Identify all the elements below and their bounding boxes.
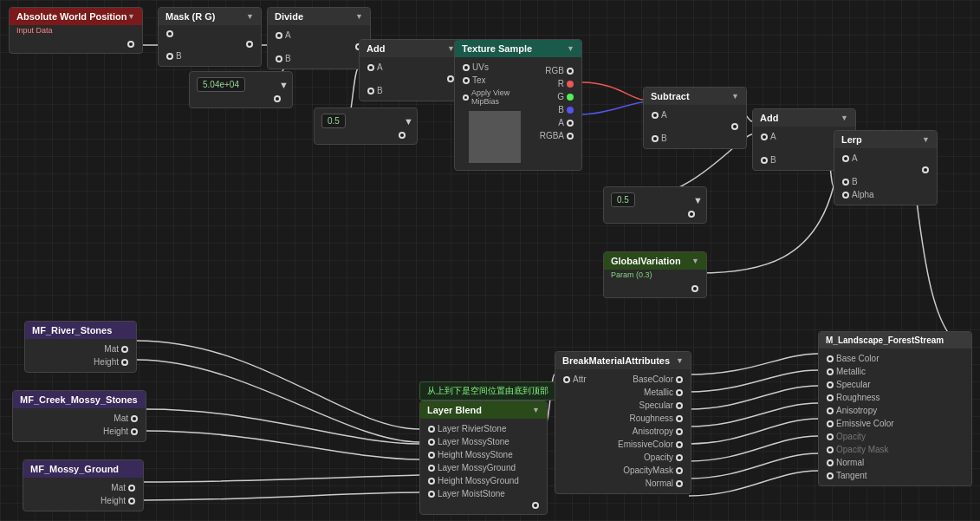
pin-row-output — [318, 130, 413, 140]
pin-label-height: Height — [103, 427, 128, 436]
pin-circle — [827, 446, 834, 453]
node-header[interactable]: BreakMaterialAttributes ▼ — [555, 352, 691, 369]
pin-row-b: B — [834, 175, 937, 188]
pin-mat: Mat — [25, 342, 136, 355]
pin-applymip-circle — [463, 94, 469, 101]
node-header[interactable]: Add ▼ — [753, 109, 855, 127]
node-title: Layer Blend — [427, 405, 482, 415]
node-add1: Add ▼ A B — [359, 39, 463, 101]
node-texture-sample: Texture Sample ▼ UVs Tex Apply View MipB… — [454, 39, 582, 171]
pin-circle — [827, 407, 834, 414]
node-header[interactable]: MF_Creek_Mossy_Stones — [13, 391, 146, 408]
layer-blend-label: 从上到下是空间位置由底到顶部 — [419, 381, 556, 401]
dropdown-arrow[interactable]: ▼ — [676, 356, 684, 365]
pin-row — [159, 29, 261, 39]
dropdown-arrow[interactable]: ▼ — [355, 12, 363, 21]
node-header[interactable]: Lerp ▼ — [834, 131, 937, 148]
node-header[interactable]: Subtract ▼ — [644, 88, 746, 105]
pin-applymip: Apply View MipBias — [455, 87, 535, 107]
pin-label: Layer MossyGround — [438, 463, 516, 472]
pin-label: Layer RivierStone — [438, 424, 506, 433]
dropdown-arrow[interactable]: ▼ — [691, 257, 699, 265]
node-header[interactable]: MF_Mossy_Ground — [23, 460, 143, 478]
node-value-05-1: 0.5 ▼ — [314, 107, 418, 145]
pin-layer-moiststone: Layer MoistStone — [420, 487, 547, 500]
dropdown-arrow[interactable]: ▼ — [693, 195, 703, 205]
pin-row-b: B — [268, 52, 370, 65]
dropdown-arrow[interactable]: ▼ — [532, 406, 540, 414]
pin-output — [274, 95, 281, 102]
pin-tangent: Tangent — [819, 469, 971, 482]
node-header[interactable]: Absolute World Position ▼ — [10, 8, 142, 25]
pin-circle — [827, 420, 834, 427]
pin-circle — [428, 439, 435, 446]
pin-opacity: Opacity — [613, 451, 691, 464]
node-header[interactable]: GlobalVariation ▼ — [604, 252, 706, 270]
node-sublabel: Param (0.3) — [604, 270, 706, 280]
pin-row-output — [10, 39, 142, 49]
node-title: MF_Creek_Mossy_Stones — [20, 394, 138, 405]
pin-a: A — [535, 116, 581, 129]
node-sublabel: Input Data — [10, 25, 142, 36]
pin-circle — [827, 433, 834, 440]
dropdown-arrow[interactable]: ▼ — [246, 12, 254, 21]
node-header[interactable]: Mask (R G) ▼ — [159, 8, 261, 25]
pin-label: EmissiveColor — [618, 440, 673, 449]
pin-a — [652, 112, 659, 119]
node-title: Lerp — [841, 134, 862, 145]
value-display[interactable]: 0.5 — [611, 192, 635, 207]
pin-label: Opacity Mask — [836, 445, 889, 454]
pin-row-output — [360, 74, 462, 84]
node-absolute-world-position: Absolute World Position ▼ Input Data — [9, 7, 143, 54]
pin-rgba: RGBA — [535, 129, 581, 142]
node-header[interactable]: Add ▼ — [360, 40, 462, 57]
value-display[interactable]: 0.5 — [321, 114, 346, 128]
pin-output — [731, 123, 738, 130]
pin-label-b: B — [852, 177, 858, 186]
pin-row-b: B — [644, 132, 746, 145]
pin-emissivecolor: EmissiveColor — [613, 438, 691, 451]
pin-height-circle — [121, 359, 128, 366]
dropdown-arrow[interactable]: ▼ — [127, 12, 135, 21]
value-display[interactable]: 5.04e+04 — [197, 77, 245, 92]
pin-label: Tangent — [836, 471, 867, 480]
node-title: M_Landscape_ForestStream — [826, 335, 944, 345]
pin-circle — [676, 441, 683, 448]
pin-metallic: Metallic — [819, 365, 971, 378]
pin-circle — [428, 452, 435, 459]
pin-circle — [827, 394, 834, 401]
node-header[interactable]: MF_River_Stones — [25, 322, 136, 339]
pin-circle — [428, 491, 435, 498]
pin-height-circle — [128, 498, 135, 505]
pin-alpha — [842, 192, 849, 199]
pin-label-tex: Tex — [472, 75, 486, 85]
node-title: MF_River_Stones — [32, 325, 112, 335]
node-break-material: BreakMaterialAttributes ▼ Attr BaseColor… — [555, 351, 691, 494]
pin-a — [367, 64, 374, 71]
node-header[interactable]: Divide ▼ — [268, 8, 370, 25]
dropdown-arrow[interactable]: ▼ — [840, 114, 848, 122]
pin-row-output — [607, 209, 703, 219]
node-header[interactable]: Texture Sample ▼ — [455, 40, 581, 57]
dropdown-arrow[interactable]: ▼ — [731, 92, 739, 101]
node-divide: Divide ▼ A B — [267, 7, 371, 69]
node-title: Divide — [275, 11, 303, 22]
pin-label: Height MossyStone — [438, 450, 513, 459]
node-value-05-2: 0.5 ▼ — [603, 186, 707, 224]
pin-rgba-circle — [567, 133, 574, 140]
node-header[interactable]: Layer Blend ▼ — [420, 401, 547, 419]
pin-label-b: B — [176, 51, 182, 61]
dropdown-arrow[interactable]: ▼ — [567, 44, 574, 53]
pin-anisotropy: Anisotropy — [613, 425, 691, 438]
pin-label-mat: Mat — [111, 483, 126, 492]
pin-circle — [676, 428, 683, 435]
dropdown-arrow[interactable]: ▼ — [922, 135, 930, 144]
pin-label: Roughness — [629, 414, 673, 423]
node-mf-river-stones: MF_River_Stones Mat Height — [24, 321, 137, 373]
node-title: MF_Mossy_Ground — [30, 464, 119, 474]
pin-label-applymip: Apply View MipBias — [471, 88, 529, 106]
pin-label: OpacityMask — [623, 466, 673, 475]
pin-output — [246, 41, 253, 48]
dropdown-arrow[interactable]: ▼ — [279, 80, 289, 90]
dropdown-arrow[interactable]: ▼ — [404, 116, 413, 127]
